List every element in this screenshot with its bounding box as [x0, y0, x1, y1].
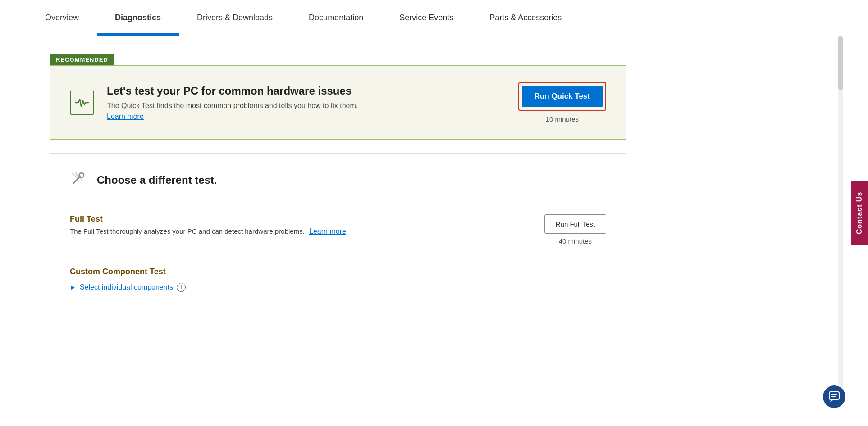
full-test-description: The Full Test thoroughly analyzes your P… — [70, 227, 346, 236]
full-test-right: Run Full Test 40 minutes — [544, 214, 606, 245]
recommended-card: Let's test your PC for common hardware i… — [50, 65, 626, 140]
run-quick-test-area: Run Quick Test 10 minutes — [518, 82, 606, 123]
recommended-card-description: The Quick Test finds the most common pro… — [107, 102, 506, 110]
svg-rect-4 — [829, 392, 839, 399]
chat-icon-button[interactable] — [823, 385, 845, 408]
main-content: RECOMMENDED Let's test your PC for commo… — [0, 36, 676, 337]
recommended-badge: RECOMMENDED — [50, 54, 114, 65]
run-full-test-button[interactable]: Run Full Test — [544, 214, 606, 234]
nav-item-overview[interactable]: Overview — [27, 0, 97, 36]
recommended-learn-more-link[interactable]: Learn more — [107, 113, 144, 120]
different-test-header: Choose a different test. — [70, 170, 606, 190]
contact-us-tab[interactable]: Contact Us — [851, 181, 868, 245]
recommended-card-title: Let's test your PC for common hardware i… — [107, 85, 506, 97]
nav-label-drivers: Drivers & Downloads — [197, 13, 273, 23]
chevron-right-icon: ► — [70, 284, 76, 291]
run-quick-test-button[interactable]: Run Quick Test — [522, 86, 603, 107]
nav-label-service-events: Service Events — [399, 13, 453, 23]
nav-item-parts-accessories[interactable]: Parts & Accessories — [471, 0, 580, 36]
run-quick-test-highlight: Run Quick Test — [518, 82, 606, 111]
custom-test-name: Custom Component Test — [70, 267, 606, 276]
wrench-icon — [70, 170, 87, 190]
different-test-title: Choose a different test. — [97, 174, 217, 186]
nav-item-diagnostics[interactable]: Diagnostics — [97, 0, 179, 36]
nav-label-overview: Overview — [45, 13, 79, 23]
nav-label-diagnostics: Diagnostics — [115, 13, 161, 23]
nav-item-service-events[interactable]: Service Events — [381, 0, 471, 36]
full-test-section: Full Test The Full Test thoroughly analy… — [70, 204, 606, 256]
custom-test-section: Custom Component Test ► Select individua… — [70, 256, 606, 303]
full-test-time: 40 minutes — [559, 237, 592, 245]
nav-label-parts: Parts & Accessories — [489, 13, 562, 23]
nav-item-documentation[interactable]: Documentation — [291, 0, 381, 36]
select-individual-label[interactable]: Select individual components — [80, 283, 173, 291]
full-test-name: Full Test — [70, 214, 346, 224]
full-test-content: Full Test The Full Test thoroughly analy… — [70, 214, 346, 236]
scrollbar-thumb[interactable] — [838, 36, 843, 90]
full-test-header: Full Test The Full Test thoroughly analy… — [70, 214, 606, 245]
pulse-icon — [70, 91, 94, 115]
scrollbar[interactable] — [838, 36, 843, 396]
nav-bar: Overview Diagnostics Drivers & Downloads… — [0, 0, 868, 36]
select-individual-components[interactable]: ► Select individual components i — [70, 283, 606, 292]
different-test-card: Choose a different test. Full Test The F… — [50, 153, 626, 319]
info-icon[interactable]: i — [177, 283, 186, 292]
recommended-section: RECOMMENDED Let's test your PC for commo… — [50, 54, 626, 140]
quick-test-time: 10 minutes — [546, 115, 579, 123]
recommended-card-content: Let's test your PC for common hardware i… — [107, 85, 506, 121]
nav-label-documentation: Documentation — [309, 13, 363, 23]
full-test-learn-more-link[interactable]: Learn more — [309, 227, 346, 235]
nav-item-drivers-downloads[interactable]: Drivers & Downloads — [179, 0, 291, 36]
